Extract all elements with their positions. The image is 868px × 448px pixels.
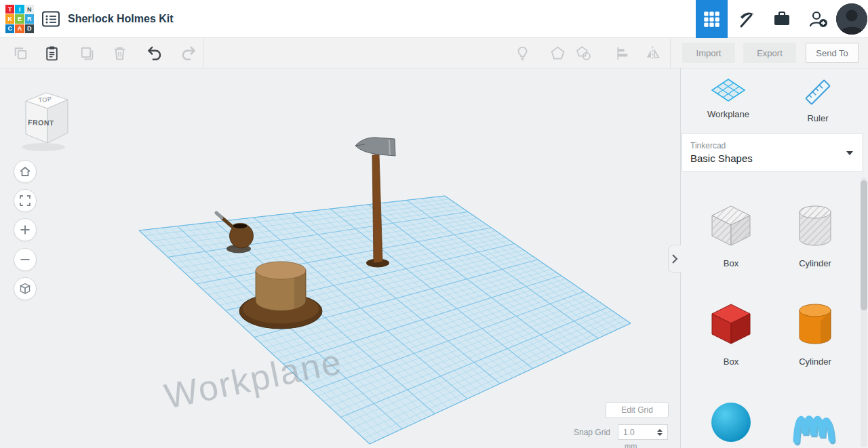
pipe-opening [233,223,248,228]
shape-label: Box [724,357,738,367]
duplicate-button[interactable] [72,38,102,68]
ruler-tool-icon [802,77,833,108]
fit-view-icon [18,194,32,207]
logo-tile: E [15,14,24,23]
zoom-in-button[interactable] [14,218,37,241]
redo-icon [180,44,197,62]
cylinder-hole-icon [791,201,840,249]
trash-icon [111,45,128,62]
box-icon [707,299,755,348]
workplane-tool-icon [710,77,747,104]
scene-canvas[interactable]: Workplane [0,68,680,448]
panel-scrollbar-track[interactable] [861,177,867,447]
hammer-handle [372,155,382,263]
user-avatar[interactable] [836,3,867,35]
edit-grid-button[interactable]: Edit Grid [606,402,669,418]
panel-scrollbar-thumb[interactable] [861,180,867,310]
home-icon [18,165,32,178]
shape-tile-scribble[interactable] [787,397,844,446]
logo-tile: R [25,14,34,23]
shape-tile-cylinder-hole[interactable]: Cylinder [787,201,844,268]
hat-crown-top [256,262,306,279]
snap-grid-unit: mm [625,442,637,448]
shape-label: Box [724,258,738,268]
snap-grid-select[interactable]: 1.0 [618,424,668,440]
viewport-3d[interactable]: Workplane [0,68,680,448]
tinkercad-logo[interactable]: T I N K E R C A D [5,5,34,33]
divider [203,38,203,68]
sphere-icon [707,397,755,446]
shape-label: Cylinder [799,258,831,268]
view-cube[interactable]: TOP FRONT [14,86,79,154]
chevron-down-icon [846,151,853,155]
duplicate-icon [79,45,96,62]
workplane-tool-label: Workplane [707,109,749,119]
workplane-tool-button[interactable]: Workplane [690,73,766,131]
library-brand: Tinkercad [690,141,854,150]
zoom-out-button[interactable] [14,248,37,271]
shape-tile-box[interactable]: Box [703,299,760,367]
snap-grid-value: 1.0 [623,428,635,437]
spinner-caret-icon [657,429,663,436]
view-cube-top-label: TOP [38,96,52,104]
perspective-cube-icon [18,282,32,296]
design-properties-button[interactable] [39,9,62,29]
perspective-toggle-button[interactable] [14,277,37,300]
list-icon [41,10,60,28]
logo-tile: N [25,5,34,14]
align-button[interactable] [608,38,637,68]
add-person-icon [808,9,828,29]
pipe-mouthpiece [216,213,222,218]
cylinder-icon [791,299,840,348]
scribble-icon [791,397,840,446]
shape-tile-sphere[interactable] [703,397,760,446]
briefcase-icon [772,9,792,29]
edit-toolbar: Import Export Send To [0,38,868,68]
home-view-button[interactable] [14,160,37,183]
design-title[interactable]: Sherlock Holmes Kit [68,0,174,38]
view-cube-front-label: FRONT [28,118,54,127]
work-briefcase-button[interactable] [764,0,800,38]
shape-library-dropdown[interactable]: Tinkercad Basic Shapes [682,133,863,172]
library-name: Basic Shapes [690,152,854,164]
fit-view-button[interactable] [14,189,37,212]
apps-grid-icon [703,11,720,28]
delete-button[interactable] [104,38,134,68]
dashboard-button[interactable] [696,0,728,38]
panel-collapse-handle[interactable] [668,245,681,273]
chevron-right-icon [671,253,678,264]
pickaxe-icon [736,9,756,29]
redo-button[interactable] [174,38,203,68]
box-hole-icon [707,201,755,249]
ruler-tool-button[interactable]: Ruler [783,73,853,131]
logo-tile: A [15,24,24,33]
minus-icon [18,253,32,266]
pentagon-circle-icon [575,45,592,62]
logo-tile: C [5,24,14,33]
logo-tile: K [5,14,14,23]
logo-tile: I [15,5,24,14]
export-button[interactable]: Export [743,43,796,63]
show-all-button[interactable] [507,38,537,68]
mirror-button[interactable] [637,38,667,68]
shape-label: Cylinder [799,357,831,367]
undo-button[interactable] [140,38,170,68]
shape-tile-cylinder[interactable]: Cylinder [787,299,844,367]
lightbulb-icon [514,45,531,62]
logo-tile: D [25,24,34,33]
minecraft-export-button[interactable] [728,0,764,38]
shapes-panel: Workplane Ruler Tinkercad Basic Shapes [680,68,868,448]
show-shape-button[interactable] [568,38,598,68]
import-button[interactable]: Import [682,43,735,63]
snap-grid-label: Snap Grid [574,428,610,437]
send-to-button[interactable]: Send To [806,43,859,63]
undo-icon [146,44,163,62]
top-bar: T I N K E R C A D Sherlock Holmes Kit [0,0,868,38]
paste-button[interactable] [37,38,66,68]
pentagon-icon [549,45,566,62]
invite-people-button[interactable] [800,0,835,38]
workplane-watermark: Workplane [161,342,346,416]
shape-tile-box-hole[interactable]: Box [703,201,760,268]
view-cube-shadow [22,143,65,151]
copy-button[interactable] [5,38,35,68]
